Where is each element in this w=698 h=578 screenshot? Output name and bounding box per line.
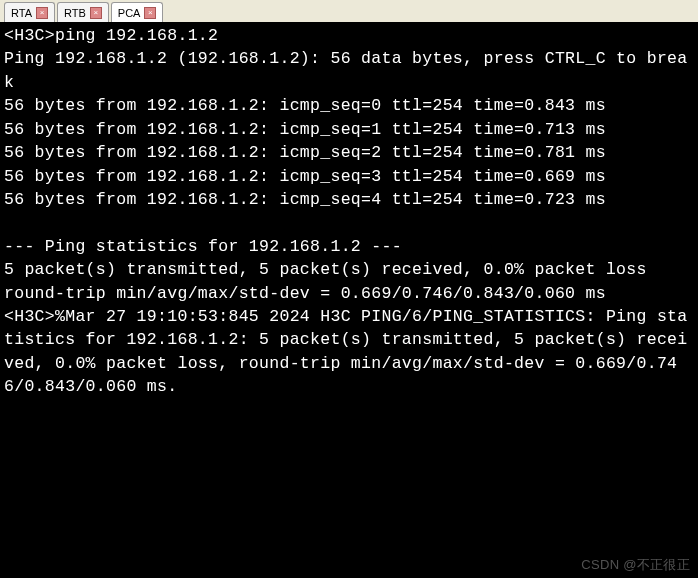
terminal-output[interactable]: <H3C>ping 192.168.1.2 Ping 192.168.1.2 (… [0,22,698,578]
close-icon[interactable]: × [144,7,156,19]
tab-label: RTB [64,7,86,19]
tab-bar: RTA × RTB × PCA × [0,0,698,22]
close-icon[interactable]: × [90,7,102,19]
tab-label: PCA [118,7,141,19]
tab-rtb[interactable]: RTB × [57,2,109,22]
close-icon[interactable]: × [36,7,48,19]
tab-pca[interactable]: PCA × [111,2,164,22]
watermark: CSDN @不正很正 [581,556,690,574]
tab-rta[interactable]: RTA × [4,2,55,22]
tab-label: RTA [11,7,32,19]
